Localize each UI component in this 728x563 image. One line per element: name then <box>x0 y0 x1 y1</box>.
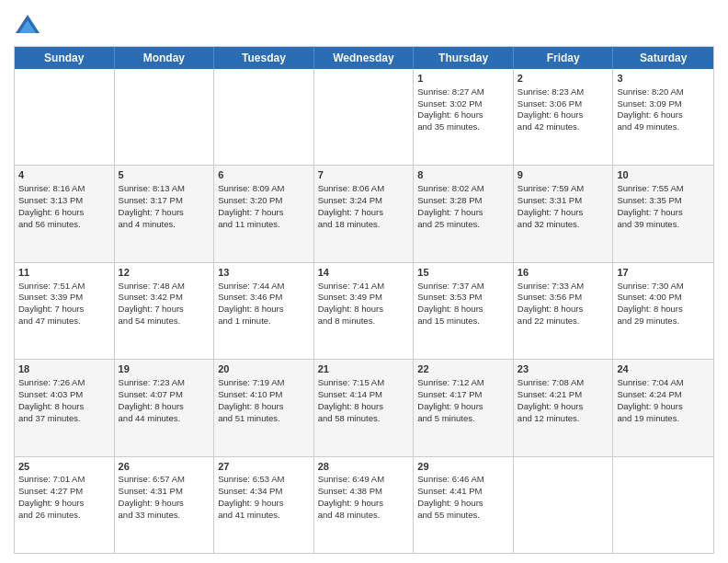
day-number-7: 7 <box>318 168 410 182</box>
cell-line-2: Daylight: 8 hours <box>318 304 410 316</box>
empty-cell-0-2 <box>214 69 314 165</box>
day-cell-10: 10Sunrise: 7:55 AMSunset: 3:35 PMDayligh… <box>613 166 713 261</box>
cell-line-3: and 51 minutes. <box>218 413 310 425</box>
cell-line-0: Sunrise: 6:53 AM <box>218 474 310 486</box>
cell-line-2: Daylight: 7 hours <box>318 207 410 219</box>
day-number-20: 20 <box>218 362 310 376</box>
day-cell-13: 13Sunrise: 7:44 AMSunset: 3:46 PMDayligh… <box>214 263 314 359</box>
cell-line-3: and 15 minutes. <box>417 316 509 327</box>
cell-line-2: Daylight: 9 hours <box>119 498 210 510</box>
cell-line-2: Daylight: 7 hours <box>119 207 210 219</box>
cell-line-2: Daylight: 9 hours <box>318 498 410 510</box>
cell-line-2: Daylight: 8 hours <box>417 304 509 316</box>
cell-line-1: Sunset: 3:56 PM <box>518 292 609 304</box>
day-number-11: 11 <box>18 266 110 280</box>
cell-line-0: Sunrise: 7:30 AM <box>617 281 710 293</box>
weekday-header-thursday: Thursday <box>414 47 514 69</box>
cell-line-0: Sunrise: 7:26 AM <box>18 377 110 389</box>
cell-line-1: Sunset: 4:10 PM <box>218 389 310 401</box>
day-number-6: 6 <box>218 168 310 182</box>
cell-line-1: Sunset: 4:21 PM <box>518 389 609 401</box>
cell-line-3: and 12 minutes. <box>518 413 609 425</box>
day-number-27: 27 <box>218 460 310 474</box>
day-number-12: 12 <box>119 266 210 280</box>
cell-line-3: and 44 minutes. <box>119 413 210 425</box>
cell-line-0: Sunrise: 8:09 AM <box>218 183 310 195</box>
cell-line-1: Sunset: 3:17 PM <box>119 195 210 207</box>
calendar-header-row: SundayMondayTuesdayWednesdayThursdayFrid… <box>15 47 713 69</box>
empty-cell-4-5 <box>514 457 614 553</box>
calendar-body: 1Sunrise: 8:27 AMSunset: 3:02 PMDaylight… <box>15 69 713 553</box>
cell-line-1: Sunset: 3:24 PM <box>318 195 410 207</box>
day-cell-4: 4Sunrise: 8:16 AMSunset: 3:13 PMDaylight… <box>15 166 115 261</box>
day-number-2: 2 <box>518 72 609 86</box>
day-number-24: 24 <box>617 362 710 376</box>
cell-line-3: and 41 minutes. <box>218 510 310 522</box>
day-cell-28: 28Sunrise: 6:49 AMSunset: 4:38 PMDayligh… <box>314 457 415 553</box>
day-cell-29: 29Sunrise: 6:46 AMSunset: 4:41 PMDayligh… <box>414 457 514 553</box>
day-number-16: 16 <box>518 266 609 280</box>
cell-line-0: Sunrise: 8:20 AM <box>617 86 710 98</box>
cell-line-0: Sunrise: 7:37 AM <box>417 281 509 293</box>
cell-line-2: Daylight: 8 hours <box>218 304 310 316</box>
weekday-header-wednesday: Wednesday <box>314 47 415 69</box>
cell-line-2: Daylight: 9 hours <box>518 401 609 413</box>
day-cell-11: 11Sunrise: 7:51 AMSunset: 3:39 PMDayligh… <box>15 263 115 359</box>
day-number-17: 17 <box>617 266 710 280</box>
cell-line-1: Sunset: 3:13 PM <box>18 195 110 207</box>
cell-line-2: Daylight: 8 hours <box>617 304 710 316</box>
weekday-header-saturday: Saturday <box>613 47 713 69</box>
day-cell-23: 23Sunrise: 7:08 AMSunset: 4:21 PMDayligh… <box>514 360 614 455</box>
cell-line-0: Sunrise: 8:16 AM <box>18 183 110 195</box>
cell-line-3: and 25 minutes. <box>417 219 509 231</box>
day-cell-27: 27Sunrise: 6:53 AMSunset: 4:34 PMDayligh… <box>214 457 314 553</box>
cell-line-1: Sunset: 3:09 PM <box>617 98 710 110</box>
day-number-9: 9 <box>518 168 609 182</box>
cell-line-1: Sunset: 4:27 PM <box>18 486 110 498</box>
cell-line-2: Daylight: 8 hours <box>18 401 110 413</box>
day-number-1: 1 <box>417 72 509 86</box>
cell-line-2: Daylight: 9 hours <box>218 498 310 510</box>
day-number-3: 3 <box>617 72 710 86</box>
cell-line-0: Sunrise: 6:46 AM <box>417 474 509 486</box>
cell-line-1: Sunset: 3:49 PM <box>318 292 410 304</box>
day-cell-22: 22Sunrise: 7:12 AMSunset: 4:17 PMDayligh… <box>414 360 514 455</box>
empty-cell-4-6 <box>613 457 713 553</box>
calendar-row-4: 25Sunrise: 7:01 AMSunset: 4:27 PMDayligh… <box>15 456 713 553</box>
cell-line-2: Daylight: 7 hours <box>617 207 710 219</box>
cell-line-0: Sunrise: 7:08 AM <box>518 377 609 389</box>
cell-line-1: Sunset: 3:20 PM <box>218 195 310 207</box>
cell-line-3: and 19 minutes. <box>617 413 710 425</box>
empty-cell-0-3 <box>314 69 415 165</box>
cell-line-2: Daylight: 6 hours <box>18 207 110 219</box>
cell-line-1: Sunset: 3:02 PM <box>417 98 509 110</box>
cell-line-2: Daylight: 7 hours <box>417 207 509 219</box>
weekday-header-sunday: Sunday <box>15 47 115 69</box>
cell-line-0: Sunrise: 7:44 AM <box>218 281 310 293</box>
day-cell-16: 16Sunrise: 7:33 AMSunset: 3:56 PMDayligh… <box>514 263 614 359</box>
cell-line-2: Daylight: 6 hours <box>518 109 609 121</box>
day-cell-21: 21Sunrise: 7:15 AMSunset: 4:14 PMDayligh… <box>314 360 415 455</box>
cell-line-0: Sunrise: 8:02 AM <box>417 183 509 195</box>
cell-line-3: and 58 minutes. <box>318 413 410 425</box>
day-number-14: 14 <box>318 266 410 280</box>
day-number-25: 25 <box>18 460 110 474</box>
cell-line-2: Daylight: 8 hours <box>218 401 310 413</box>
cell-line-3: and 37 minutes. <box>18 413 110 425</box>
day-number-4: 4 <box>18 168 110 182</box>
cell-line-3: and 11 minutes. <box>218 219 310 231</box>
cell-line-3: and 48 minutes. <box>318 510 410 522</box>
cell-line-1: Sunset: 4:17 PM <box>417 389 509 401</box>
calendar: SundayMondayTuesdayWednesdayThursdayFrid… <box>14 46 714 554</box>
cell-line-0: Sunrise: 7:33 AM <box>518 281 609 293</box>
cell-line-3: and 32 minutes. <box>518 219 609 231</box>
cell-line-3: and 29 minutes. <box>617 316 710 327</box>
cell-line-2: Daylight: 7 hours <box>518 207 609 219</box>
cell-line-1: Sunset: 4:07 PM <box>119 389 210 401</box>
day-number-15: 15 <box>417 266 509 280</box>
cell-line-0: Sunrise: 7:51 AM <box>18 281 110 293</box>
cell-line-3: and 54 minutes. <box>119 316 210 327</box>
cell-line-0: Sunrise: 7:55 AM <box>617 183 710 195</box>
day-cell-9: 9Sunrise: 7:59 AMSunset: 3:31 PMDaylight… <box>514 166 614 261</box>
day-number-21: 21 <box>318 362 410 376</box>
